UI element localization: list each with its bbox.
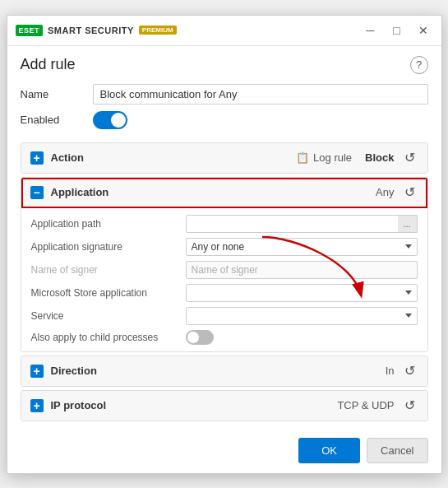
minimize-button[interactable]: ─: [361, 21, 381, 40]
app-path-input-wrap: ...: [186, 215, 418, 233]
dialog-footer: OK Cancel: [7, 428, 441, 473]
app-path-input[interactable]: [186, 215, 418, 233]
name-input[interactable]: [93, 84, 428, 105]
plus-icon-direction: +: [30, 365, 44, 378]
ip-protocol-reset-icon[interactable]: ↺: [401, 397, 419, 415]
app-signature-row: Application signature Any or none: [31, 238, 418, 256]
log-icon: 📋: [296, 151, 309, 164]
enabled-label: Enabled: [21, 114, 86, 126]
eset-logo: ESET: [16, 25, 44, 36]
cancel-button[interactable]: Cancel: [367, 438, 427, 463]
application-expand-icon: −: [30, 185, 44, 200]
help-icon[interactable]: ?: [410, 56, 428, 74]
action-expand-icon: +: [30, 151, 44, 165]
direction-reset-icon[interactable]: ↺: [401, 362, 419, 380]
application-reset-icon[interactable]: ↺: [401, 184, 419, 202]
logo-area: ESET SMART SECURITY PREMIUM: [16, 25, 177, 36]
app-path-row: Application path ...: [31, 215, 418, 233]
ip-protocol-expand-icon: +: [30, 398, 44, 413]
dialog-title: Add rule: [21, 56, 76, 73]
ip-protocol-section-header[interactable]: + IP protocol TCP & UDP ↺: [21, 391, 427, 421]
signer-input-wrap: Name of signer: [186, 261, 418, 279]
titlebar: ESET SMART SECURITY PREMIUM ─ □ ✕: [7, 16, 441, 46]
ip-protocol-section: + IP protocol TCP & UDP ↺: [21, 390, 428, 421]
add-rule-dialog: ESET SMART SECURITY PREMIUM ─ □ ✕ Add ru…: [7, 15, 442, 474]
log-rule-item: 📋 Log rule: [296, 151, 352, 164]
service-label: Service: [31, 310, 179, 322]
child-processes-toggle[interactable]: [186, 330, 214, 345]
action-row: 📋 Log rule Block: [296, 151, 394, 164]
ms-store-select[interactable]: [186, 284, 418, 302]
child-processes-row: Also apply to child processes: [31, 330, 418, 345]
ip-protocol-label: IP protocol: [51, 399, 331, 411]
sections-area: + Action 📋 Log rule Block ↺: [7, 142, 441, 421]
direction-label: Direction: [51, 365, 379, 377]
premium-badge: PREMIUM: [139, 26, 177, 35]
close-button[interactable]: ✕: [413, 21, 433, 40]
ip-protocol-value: TCP & UDP: [337, 399, 394, 411]
direction-expand-icon: +: [30, 364, 44, 379]
ms-store-label: Microsoft Store application: [31, 287, 179, 299]
enabled-toggle[interactable]: [93, 111, 127, 129]
signer-label: Name of signer: [31, 264, 179, 276]
direction-section-header[interactable]: + Direction In ↺: [21, 356, 427, 386]
app-path-browse-button[interactable]: ...: [398, 215, 418, 233]
service-wrap: [186, 307, 418, 325]
ok-button[interactable]: OK: [298, 438, 360, 463]
direction-section: + Direction In ↺: [21, 356, 428, 387]
service-row: Service: [31, 307, 418, 325]
application-section-header[interactable]: − Application Any ↺: [21, 178, 427, 208]
child-processes-label: Also apply to child processes: [31, 332, 179, 343]
ms-store-row: Microsoft Store application: [31, 284, 418, 302]
product-name: SMART SECURITY: [48, 26, 134, 35]
action-label: Action: [51, 151, 290, 164]
dialog-header: Add rule ?: [7, 46, 441, 81]
enabled-toggle-wrap: [93, 111, 127, 129]
service-select[interactable]: [186, 307, 418, 325]
name-row: Name: [21, 84, 428, 105]
app-signature-select[interactable]: Any or none: [186, 238, 418, 256]
plus-icon: +: [30, 151, 44, 165]
name-label: Name: [21, 88, 86, 100]
application-section: − Application Any ↺ Application path ...: [21, 177, 428, 352]
plus-icon-ip: +: [30, 399, 44, 412]
direction-value: In: [386, 365, 395, 377]
form-area: Name Enabled: [7, 81, 441, 142]
action-value: Block: [365, 151, 394, 164]
app-signature-wrap: Any or none: [186, 238, 418, 256]
application-label: Application: [51, 186, 370, 198]
action-section-header[interactable]: + Action 📋 Log rule Block ↺: [21, 143, 427, 173]
enabled-row: Enabled: [21, 111, 428, 129]
minus-icon: −: [30, 186, 44, 199]
app-path-label: Application path: [31, 218, 179, 230]
app-signature-label: Application signature: [31, 241, 179, 253]
log-rule-label: Log rule: [313, 151, 352, 164]
action-section: + Action 📋 Log rule Block ↺: [21, 142, 428, 174]
maximize-button[interactable]: □: [387, 21, 407, 40]
application-section-body: Application path ... Application signatu…: [21, 208, 427, 351]
action-reset-icon[interactable]: ↺: [401, 149, 419, 167]
ms-store-wrap: [186, 284, 418, 302]
sections-container: + Action 📋 Log rule Block ↺: [7, 142, 441, 421]
application-value: Any: [376, 186, 394, 198]
signer-row: Name of signer Name of signer: [31, 261, 418, 279]
signer-placeholder: Name of signer: [186, 261, 418, 279]
